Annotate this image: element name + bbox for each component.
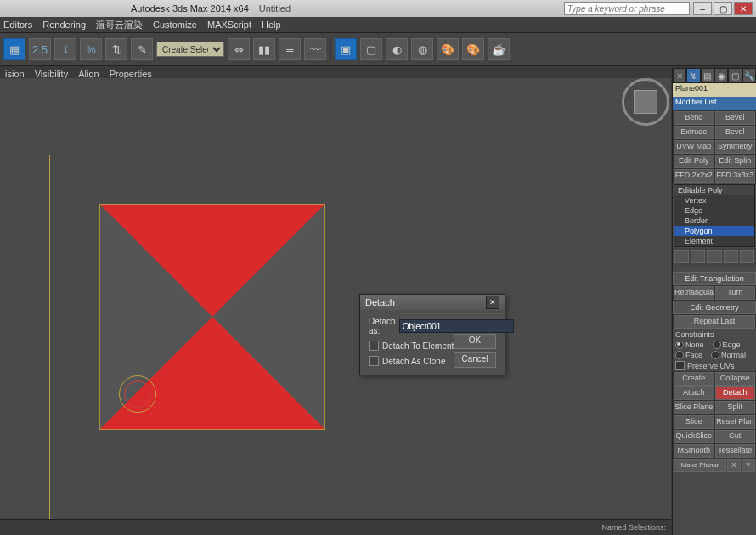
close-button[interactable]: ✕ <box>734 2 753 15</box>
menu-customize[interactable]: Customize <box>153 20 197 30</box>
stack-edge[interactable]: Edge <box>674 206 754 216</box>
ok-button[interactable]: OK <box>454 334 496 349</box>
quickslice-button[interactable]: QuickSlice <box>674 430 714 443</box>
detach-as-label: Detach as: <box>369 317 396 335</box>
detach-as-clone-checkbox[interactable] <box>369 356 379 366</box>
pin-stack-icon[interactable] <box>674 250 689 263</box>
tool-align[interactable]: ▮▮ <box>253 38 275 60</box>
detach-dialog: Detach ✕ Detach as: Detach To Element De… <box>359 294 505 375</box>
motion-tab[interactable]: ◉ <box>714 68 728 83</box>
constraint-none-radio[interactable] <box>675 341 684 349</box>
tool-render-last[interactable]: ☕ <box>488 38 510 60</box>
stack-vertex[interactable]: Vertex <box>674 195 754 206</box>
edit-triangulation-header[interactable]: Edit Triangulation <box>673 272 756 285</box>
menu-maxscript[interactable]: MAXScript <box>207 20 251 30</box>
constraint-edge-radio[interactable] <box>713 341 721 349</box>
menu-help[interactable]: Help <box>262 20 281 30</box>
detach-to-element-checkbox[interactable] <box>369 341 379 351</box>
plane-object[interactable] <box>99 204 325 430</box>
utilities-tab[interactable]: 🔧 <box>742 68 756 83</box>
tool-mirror[interactable]: ⇔ <box>228 38 250 60</box>
cut-button[interactable]: Cut <box>715 430 756 443</box>
mod-ffd-2x2x2[interactable]: FFD 2x2x2 <box>674 169 714 183</box>
dialog-close-button[interactable]: ✕ <box>486 296 499 309</box>
mod-edit-poly[interactable]: Edit Poly <box>674 155 714 168</box>
tool-snap[interactable]: 2.5 <box>29 38 51 60</box>
make-unique-icon[interactable] <box>707 250 721 263</box>
mod-bend[interactable]: Bend <box>674 111 714 125</box>
tool-angle-snap[interactable]: ⟟ <box>54 38 76 60</box>
stack-editable-poly[interactable]: Editable Poly <box>674 185 754 195</box>
stack-border[interactable]: Border <box>674 216 754 226</box>
create-button[interactable]: Create <box>674 372 714 386</box>
tool-layers[interactable]: ≣ <box>279 38 301 60</box>
slice-plane-button[interactable]: Slice Plane <box>674 401 714 414</box>
tessellate-button[interactable]: Tessellate <box>715 444 756 458</box>
reset-plane-button[interactable]: Reset Plan <box>715 415 756 429</box>
mod-bevel-profile[interactable]: Bevel Profil <box>715 126 756 139</box>
app-button[interactable]: ▦ <box>3 38 25 60</box>
configure-sets-icon[interactable] <box>740 250 754 263</box>
cancel-button[interactable]: Cancel <box>454 352 496 368</box>
stack-polygon[interactable]: Polygon <box>674 226 754 236</box>
attach-button[interactable]: Attach <box>674 386 714 400</box>
constraints-label: Constraints <box>673 329 756 340</box>
menu-cloud[interactable]: 渲哥云渲染 <box>96 19 143 31</box>
split-button[interactable]: Split <box>715 401 756 414</box>
msmooth-button[interactable]: MSmooth <box>674 444 714 458</box>
make-planar-button[interactable]: Make Planar <box>674 459 726 472</box>
modifier-list-dropdown[interactable]: Modifier List <box>673 97 756 110</box>
mod-bevel[interactable]: Bevel <box>715 111 756 125</box>
object-name-field[interactable]: Plane001 <box>673 83 756 97</box>
menu-editors[interactable]: Editors <box>3 20 32 30</box>
tool-render-production[interactable]: 🎨 <box>437 38 459 60</box>
preserve-uvs-label: Preserve UVs <box>687 362 735 370</box>
planar-y-button[interactable]: Y <box>742 459 755 472</box>
selection-set-dropdown[interactable]: Create Selection Se <box>156 42 224 57</box>
tool-curve-editor[interactable]: 〰 <box>304 38 326 60</box>
minimize-button[interactable]: – <box>693 2 712 15</box>
modify-tab[interactable]: ↯ <box>686 68 700 83</box>
planar-x-button[interactable]: X <box>727 459 741 472</box>
tool-render-iterative[interactable]: 🎨 <box>462 38 484 60</box>
edit-geometry-header[interactable]: Edit Geometry <box>673 301 756 314</box>
mod-uvw-map[interactable]: UVW Map <box>674 140 714 154</box>
dialog-title: Detach <box>365 297 395 307</box>
constraint-face-radio[interactable] <box>675 351 684 359</box>
menu-rendering[interactable]: Rendering <box>42 20 86 30</box>
tool-selection-filter[interactable]: ✎ <box>131 38 153 60</box>
repeat-last-button[interactable]: Repeat Last <box>674 315 755 329</box>
tool-spinner-snap[interactable]: ⇅ <box>105 38 127 60</box>
tool-environment[interactable]: ◐ <box>386 38 408 60</box>
show-end-result-icon[interactable] <box>691 250 705 263</box>
mod-edit-spline[interactable]: Edit Splin <box>715 155 756 168</box>
collapse-button[interactable]: Collapse <box>715 372 756 386</box>
tool-material-editor[interactable]: ◍ <box>411 38 433 60</box>
display-tab[interactable]: ▢ <box>728 68 742 83</box>
svg-marker-1 <box>99 317 325 430</box>
remove-modifier-icon[interactable] <box>724 250 738 263</box>
tool-render-frame[interactable]: ▢ <box>360 38 382 60</box>
constraint-normal-label: Normal <box>721 351 746 359</box>
constraint-normal-radio[interactable] <box>711 351 719 359</box>
create-tab[interactable]: ✳ <box>673 68 686 83</box>
slice-button[interactable]: Slice <box>674 415 714 429</box>
tool-render-setup[interactable]: ▣ <box>335 38 357 60</box>
viewcube[interactable] <box>622 78 664 121</box>
retriangulate-button[interactable]: Retriangulate <box>674 286 714 300</box>
stack-element[interactable]: Element <box>674 236 754 246</box>
hierarchy-tab[interactable]: ▤ <box>701 68 714 83</box>
tool-percent-snap[interactable]: % <box>80 38 102 60</box>
search-input[interactable] <box>564 2 690 15</box>
turn-button[interactable]: Turn <box>715 286 756 300</box>
detach-name-input[interactable] <box>399 319 514 333</box>
modifier-stack[interactable]: Editable Poly Vertex Edge Border Polygon… <box>674 184 755 247</box>
maximize-button[interactable]: ▢ <box>714 2 732 15</box>
mod-extrude[interactable]: Extrude <box>674 126 714 139</box>
mod-ffd-3x3x3[interactable]: FFD 3x3x3 <box>715 169 756 183</box>
preserve-uvs-checkbox[interactable] <box>675 361 685 370</box>
detach-button[interactable]: Detach <box>715 386 756 400</box>
document-title: Untitled <box>259 3 291 14</box>
viewport[interactable] <box>0 78 671 535</box>
mod-symmetry[interactable]: Symmetry <box>715 140 756 154</box>
